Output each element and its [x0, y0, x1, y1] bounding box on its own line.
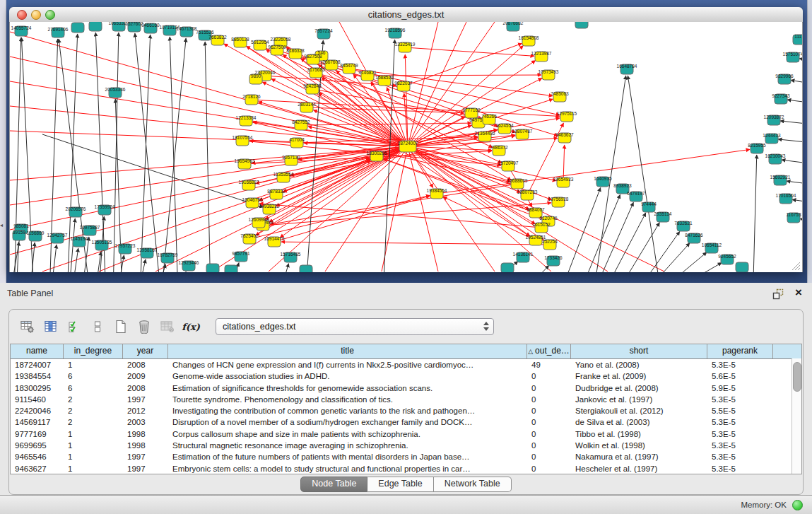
graph-node[interactable]: 1527602	[125, 22, 143, 32]
graph-node[interactable]: 20206576	[66, 206, 86, 217]
graph-node[interactable]: 15716485	[281, 252, 301, 262]
graph-node[interactable]: 10654112	[702, 243, 722, 253]
graph-node[interactable]	[300, 265, 312, 272]
column-header-out_de[interactable]: △out_de…	[527, 344, 571, 358]
graph-node[interactable]: 2803144	[298, 102, 316, 112]
graph-node[interactable]: 14055724	[11, 25, 32, 36]
graph-node[interactable]: 1145194	[71, 236, 88, 247]
graph-node[interactable]: 14136141	[513, 252, 534, 262]
tab-edge-table[interactable]: Edge Table	[367, 477, 433, 492]
delete-column-icon[interactable]	[136, 318, 153, 335]
table-row[interactable]: 1456911722003Disruption of a novel membe…	[11, 416, 801, 428]
graph-node[interactable]: 12975115	[557, 111, 577, 122]
delete-table-icon[interactable]	[159, 318, 176, 335]
network-window-titlebar[interactable]: citations_edges.txt	[9, 7, 803, 23]
graph-node[interactable]: 7825402	[240, 233, 259, 244]
memory-status-indicator[interactable]	[792, 500, 803, 510]
function-builder-icon[interactable]: f(x)	[182, 318, 199, 335]
graph-node[interactable]	[71, 23, 84, 33]
graph-node[interactable]: 9245652	[718, 254, 736, 264]
close-window-button[interactable]	[17, 10, 27, 20]
splitter-collapse-icon[interactable]: ◂	[0, 222, 3, 228]
graph-node[interactable]: 9463627	[555, 132, 574, 143]
graph-node[interactable]	[736, 262, 748, 272]
graph-node[interactable]	[225, 265, 237, 272]
show-columns-icon[interactable]	[42, 318, 59, 335]
column-header-in_degree[interactable]: in_degree	[64, 344, 123, 358]
graph-node[interactable]: 8860128	[231, 37, 249, 47]
graph-node[interactable]	[206, 264, 219, 272]
graph-node[interactable]: 252254	[542, 239, 558, 250]
graph-node[interactable]: 1588520	[375, 75, 394, 86]
graph-node[interactable]: 9822037	[394, 81, 413, 91]
graph-node[interactable]: 20053346	[105, 87, 126, 98]
graph-node[interactable]: 8878332	[267, 189, 286, 199]
graph-node[interactable]: 18724007	[398, 141, 418, 152]
graph-node[interactable]: 12942757	[47, 233, 68, 243]
graph-node[interactable]: 1156869	[27, 230, 45, 241]
table-row[interactable]: 977716911998Corpus callosum shape and si…	[11, 428, 801, 440]
graph-node[interactable]: 9227343	[772, 93, 790, 104]
graph-node[interactable]: 19654923	[553, 177, 574, 187]
graph-node[interactable]: 5912954	[251, 40, 269, 50]
graph-node[interactable]: 16914479	[264, 236, 285, 247]
graph-node[interactable]: 12213384	[236, 115, 257, 126]
row-height-icon[interactable]	[89, 318, 106, 335]
graph-node[interactable]: 9827508	[304, 54, 322, 64]
graph-node[interactable]: 13958167	[137, 247, 158, 258]
graph-node[interactable]: 14938222	[259, 204, 280, 214]
right-splitter[interactable]	[807, 0, 812, 283]
table-scrollbar-thumb[interactable]	[793, 362, 801, 392]
zoom-window-button[interactable]	[45, 10, 55, 20]
minimize-window-button[interactable]	[31, 10, 41, 20]
table-row[interactable]: 946554611997Estimation of the future num…	[11, 451, 801, 462]
graph-node[interactable]: 16782759	[158, 252, 178, 263]
graph-node[interactable]: 974444	[641, 201, 657, 212]
graph-node[interactable]: 1244413	[763, 133, 781, 144]
graph-node[interactable]: 7663822	[208, 35, 227, 45]
graph-node[interactable]: 1733426	[544, 255, 563, 266]
graph-node[interactable]: 3624554	[495, 123, 514, 134]
graph-node[interactable]: 17359924	[95, 204, 115, 215]
graph-node[interactable]: 1640935	[594, 176, 612, 187]
table-row[interactable]: 1872400712008Changes of HCN gene express…	[11, 359, 801, 370]
graph-node[interactable]: 8427552	[292, 119, 310, 130]
graph-node[interactable]: 13325419	[395, 42, 416, 52]
left-splitter[interactable]: ◂	[0, 0, 6, 283]
graph-node[interactable]: 9627509	[268, 45, 286, 55]
create-column-icon[interactable]	[112, 318, 129, 335]
graph-node[interactable]: 17957223	[115, 243, 136, 254]
graph-node[interactable]: 2718126	[242, 94, 261, 105]
graph-node[interactable]: 11353554	[273, 172, 294, 182]
graph-node[interactable]: 39159	[13, 230, 25, 240]
graph-node[interactable]: 16648784	[617, 64, 637, 74]
graph-node[interactable]: 12923446	[179, 260, 199, 271]
graph-node[interactable]: 7832621	[674, 221, 693, 231]
graph-node[interactable]: 27691406	[48, 27, 69, 37]
graph-node[interactable]: 8813074	[572, 22, 591, 28]
table-selector-dropdown[interactable]: citations_edges.txt	[216, 318, 494, 335]
graph-node[interactable]: 12093872	[764, 115, 784, 125]
column-header-title[interactable]: title	[168, 344, 527, 358]
graph-node[interactable]: 18807283	[517, 189, 538, 200]
table-row[interactable]: 1938455462009Genome-wide association stu…	[11, 370, 801, 382]
graph-node[interactable]: 17016504	[776, 193, 796, 204]
float-panel-icon[interactable]	[772, 288, 784, 300]
table-row[interactable]: 969969511998Structural magnetic resonanc…	[11, 440, 801, 451]
graph-node[interactable]: 10807487	[512, 129, 533, 139]
graph-node[interactable]: 9777169	[462, 107, 481, 118]
graph-node[interactable]: 1615152	[532, 222, 551, 233]
graph-node[interactable]: 8186328	[286, 48, 305, 59]
graph-node[interactable]: 19218596	[385, 28, 406, 38]
graph-node[interactable]	[89, 22, 102, 31]
table-row[interactable]: 2242004622012Investigating the contribut…	[11, 405, 801, 416]
graph-node[interactable]: 8471626	[685, 233, 703, 243]
graph-node[interactable]: 746266	[481, 114, 497, 124]
graph-node[interactable]: 7485063	[551, 91, 569, 102]
column-header-year[interactable]: year	[123, 344, 168, 358]
graph-node[interactable]: 2935114	[654, 211, 672, 222]
graph-node[interactable]: 8215955	[748, 143, 766, 153]
graph-node[interactable]: 9242848	[303, 83, 322, 94]
tab-node-table[interactable]: Node Table	[300, 477, 367, 492]
column-header-name[interactable]: name	[11, 344, 64, 358]
